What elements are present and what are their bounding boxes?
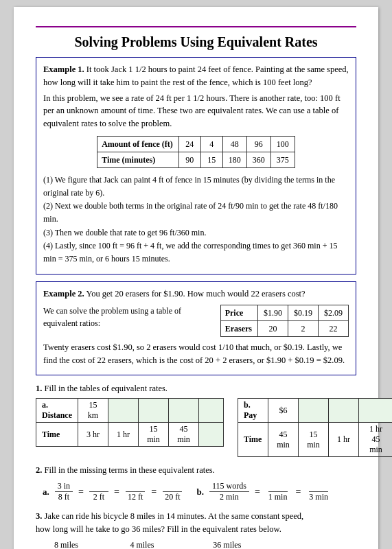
fraction-a1: 3 in 8 ft	[55, 481, 73, 503]
part-b-label: b.	[197, 487, 204, 498]
table-cell: Amount of fence (ft)	[97, 136, 179, 152]
exercise1-table-a: a. Distance 15 km Time 3 hr 1 hr 15 min …	[36, 398, 224, 447]
exercise3: 3. Jake can ride his bicycle 8 miles in …	[36, 510, 356, 549]
table-row: Time 45 min 15 min 1 hr 1 hr 45 min	[238, 423, 393, 457]
exercise2-part-a: a. 3 in 8 ft = 2 ft = 12 ft =	[43, 481, 183, 503]
table-cell	[359, 399, 393, 423]
step4: (4) Lastly, since 100 ft = 96 ft + 4 ft,…	[43, 240, 349, 266]
table-cell: 15 min	[299, 423, 329, 457]
table-cell: 48	[222, 136, 246, 152]
example2-body: We can solve the problem using a table o…	[43, 305, 349, 337]
example2-table-wrap: Price $1.90 $0.19 $2.09 Erasers 20 2 22	[220, 305, 349, 337]
example2-label: Example 2.	[43, 289, 84, 299]
table-cell: $2.09	[319, 305, 349, 320]
table-row: Price $1.90 $0.19 $2.09	[220, 305, 348, 320]
example2-problem: Example 2. You get 20 erasers for $1.90.…	[43, 288, 349, 301]
exercise1-table-b: b. Pay $6 Time 45 min 15 min 1 hr 1 hr 4…	[238, 398, 392, 457]
step1: (1) We figure that Jack can paint 4 ft o…	[43, 174, 349, 200]
step3: (3) Then we double that rate to get 96 f…	[43, 226, 349, 240]
exercise2-num: 2.	[36, 465, 45, 475]
example1-steps: (1) We figure that Jack can paint 4 ft o…	[43, 174, 349, 266]
example1-table-wrap: Amount of fence (ft) 24 4 48 96 100 Time…	[43, 136, 349, 168]
table-cell: $0.19	[288, 305, 319, 320]
exercise3-instruction: 3. Jake can ride his bicycle 8 miles in …	[36, 510, 356, 536]
table-row: b. Pay $6	[238, 399, 393, 423]
example2-intro: We can solve the problem using a table o…	[43, 305, 209, 329]
table-cell	[329, 399, 359, 423]
table-cell: 90	[178, 152, 200, 167]
table-cell: Time	[36, 423, 78, 447]
table-cell: 360	[246, 152, 270, 167]
fraction-b1: 115 words 2 min	[209, 481, 249, 503]
table-cell: a. Distance	[36, 399, 78, 423]
fraction-b2: 1 min	[266, 481, 290, 503]
table-cell: 180	[222, 152, 246, 167]
exercise2: 2. Fill in the missing terms in these eq…	[36, 464, 356, 503]
table-cell: Erasers	[220, 320, 257, 336]
table-cell: 1 hr	[329, 423, 359, 457]
example1-text: It took Jack 1 1/2 hours to paint 24 fee…	[43, 65, 349, 87]
table-cell	[139, 399, 169, 423]
exercise1-instruction: 1. Fill in the tables of equivalent rate…	[36, 382, 356, 395]
frac3-1: 8 miles 14 minutes	[44, 540, 89, 549]
fraction-a3: 12 ft	[125, 481, 146, 503]
table-cell: 4	[200, 136, 222, 152]
table-cell: Price	[220, 305, 257, 320]
exercise3-num: 3.	[36, 511, 45, 521]
frac3-3: 36 miles minutes	[196, 540, 259, 550]
fraction-b3: 3 min	[306, 481, 331, 503]
ex1-table-b: b. Pay $6 Time 45 min 15 min 1 hr 1 hr 4…	[238, 398, 392, 457]
example1-problem: Example 1. It took Jack 1 1/2 hours to p…	[43, 63, 349, 89]
page-title: Solving Problems Using Equivalent Rates	[36, 34, 356, 50]
page: Solving Problems Using Equivalent Rates …	[14, 7, 378, 549]
example2-table: Price $1.90 $0.19 $2.09 Erasers 20 2 22	[220, 305, 349, 337]
table-cell: 96	[246, 136, 270, 152]
table-cell: 1 hr 45 min	[359, 423, 393, 457]
table-cell: 375	[270, 152, 295, 167]
exercise3-fractions: 8 miles 14 minutes = 4 miles minutes = 3…	[44, 540, 356, 550]
exercise2-instruction: 2. Fill in the missing terms in these eq…	[36, 464, 356, 477]
table-cell: 3 hr	[78, 423, 108, 447]
example1-box: Example 1. It took Jack 1 1/2 hours to p…	[36, 57, 356, 274]
table-row: Erasers 20 2 22	[220, 320, 348, 336]
frac3-2: 4 miles minutes	[111, 540, 174, 550]
fraction-a4: 20 ft	[162, 481, 183, 503]
table-row: a. Distance 15 km	[36, 399, 224, 423]
table-cell	[108, 399, 139, 423]
table-cell	[199, 423, 224, 447]
table-cell	[299, 399, 329, 423]
table-cell: 15 km	[78, 399, 108, 423]
table-cell: 15 min	[139, 423, 169, 447]
table-cell: Time	[238, 423, 268, 457]
table-cell: 24	[178, 136, 200, 152]
table-cell: 22	[319, 320, 349, 336]
table-cell: 100	[270, 136, 295, 152]
example2-conclusion: Twenty erasers cost $1.90, so 2 erasers …	[43, 341, 349, 367]
table-cell	[199, 399, 224, 423]
example2-box: Example 2. You get 20 erasers for $1.90.…	[36, 281, 356, 375]
table-row: Time (minutes) 90 15 180 360 375	[97, 152, 295, 167]
table-cell: 45 min	[268, 423, 299, 457]
table-cell	[169, 399, 199, 423]
example1-label: Example 1.	[43, 65, 84, 74]
table-cell: 1 hr	[108, 423, 139, 447]
exercise2-body: a. 3 in 8 ft = 2 ft = 12 ft =	[43, 481, 356, 503]
table-cell: 45 min	[169, 423, 199, 447]
table-row: Time 3 hr 1 hr 15 min 45 min	[36, 423, 224, 447]
ex1-table-a: a. Distance 15 km Time 3 hr 1 hr 15 min …	[36, 398, 224, 447]
part-a-label: a.	[43, 487, 49, 498]
example1-table: Amount of fence (ft) 24 4 48 96 100 Time…	[97, 136, 295, 168]
table-cell: 15	[200, 152, 222, 167]
exercise2-part-b: b. 115 words 2 min = 1 min = 3 min	[197, 481, 332, 503]
example1-intro: In this problem, we see a rate of 24 ft …	[43, 92, 349, 130]
exercise1-num: 1.	[36, 384, 45, 393]
table-cell: 20	[258, 320, 288, 336]
table-cell: 2	[288, 320, 319, 336]
table-cell: $6	[268, 399, 299, 423]
example2-text: You get 20 erasers for $1.90. How much w…	[86, 289, 305, 299]
exercise1: 1. Fill in the tables of equivalent rate…	[36, 382, 356, 457]
table-row: Amount of fence (ft) 24 4 48 96 100	[97, 136, 295, 152]
exercise1-tables: a. Distance 15 km Time 3 hr 1 hr 15 min …	[36, 398, 356, 457]
fraction-a2: 2 ft	[89, 481, 108, 503]
top-border	[36, 26, 356, 27]
